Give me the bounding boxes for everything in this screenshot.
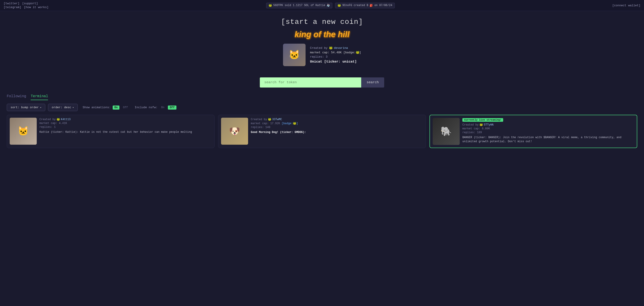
- include-nsfw-label: Include nsfw:: [135, 106, 158, 109]
- ticker-item-1[interactable]: 🐸 56DTPK sold 1.1217 SOL of Kattie 🧦: [266, 3, 332, 8]
- coin-info-kattie: Created by 🐸 K4tt13 market cap: 4.41K re…: [40, 118, 212, 145]
- live-streaming-badge: Currently live streaming!: [462, 118, 503, 122]
- show-animations-off[interactable]: Off: [121, 106, 130, 110]
- header-nav-links: [twitter] [support] [telegram] [how it w…: [4, 2, 48, 9]
- coin-desc-banger: BANGER (ticker: BANGER): Join the revolu…: [462, 136, 634, 144]
- controls-row: sort: bump order ▾ order: desc ▾ Show an…: [0, 104, 644, 115]
- twitter-link[interactable]: [twitter]: [4, 2, 20, 5]
- show-animations-label: Show animations:: [83, 106, 111, 109]
- coin-replies-banger: replies: 189: [462, 131, 634, 134]
- search-button[interactable]: search: [361, 77, 384, 88]
- coin-creator-emoji-kattie: 🐸: [56, 118, 60, 121]
- coin-creator-name-kattie[interactable]: K4tt13: [61, 118, 70, 121]
- connect-wallet-button[interactable]: [connect wallet]: [612, 4, 640, 7]
- coin-creator-name-gmdog[interactable]: 33TwMC: [272, 118, 282, 121]
- coin-emoji-gmdog: 🐶: [229, 126, 240, 137]
- search-section: search: [0, 71, 644, 92]
- coin-created-gmdog: Created by 🐸 33TwMC: [251, 118, 423, 121]
- coin-card-banger[interactable]: 🐘 Currently live streaming! Created by 🐸…: [430, 115, 637, 148]
- sort-chevron-icon: ▾: [40, 106, 42, 109]
- sort-label: sort: bump order: [10, 106, 39, 109]
- ticker2-emoji1: 🐸: [338, 4, 341, 7]
- coin-desc-gmdog: Good Morning Dog! (ticker: GMDOG):: [251, 130, 423, 134]
- tabs-row: Following Terminal: [7, 94, 637, 100]
- coin-image-kattie: 🐱: [10, 118, 37, 145]
- coin-replies-gmdog: replies: 140: [251, 126, 423, 129]
- start-coin-title[interactable]: [start a new coin]: [4, 18, 640, 26]
- coin-image-banger: 🐘: [433, 118, 460, 145]
- order-dropdown[interactable]: order: desc ▾: [48, 104, 78, 111]
- how-it-works-link[interactable]: [how it works]: [24, 6, 48, 9]
- ticker1-emoji2: 🧦: [326, 4, 330, 7]
- include-nsfw-toggle: Include nsfw: On Off: [135, 106, 176, 110]
- featured-market-cap: market cap: 54.48K [badge:🐸]: [310, 51, 361, 54]
- coin-creator-emoji-banger: 🐸: [480, 123, 483, 127]
- coin-emoji-banger: 🐘: [440, 126, 452, 137]
- featured-created-by: Created by 🐸 devarina: [310, 46, 361, 50]
- coin-info-gmdog: Created by 🐸 33TwMC market cap: 17.92K […: [251, 118, 423, 145]
- ticker-feed: 🐸 56DTPK sold 1.1217 SOL of Kattie 🧦 🐸 9…: [53, 3, 608, 8]
- include-nsfw-off[interactable]: Off: [168, 106, 176, 110]
- featured-creator-emoji: 🐸: [329, 46, 332, 50]
- support-link[interactable]: [support]: [22, 2, 38, 5]
- featured-coin-info: Created by 🐸 devarina market cap: 54.48K…: [310, 46, 361, 64]
- tab-terminal[interactable]: Terminal: [31, 94, 48, 100]
- coin-created-banger: Created by 🐸 5TTyHA: [462, 123, 634, 127]
- coin-info-banger: Currently live streaming! Created by 🐸 5…: [462, 118, 634, 145]
- featured-coin-image[interactable]: 🐱: [283, 44, 306, 66]
- tabs-section: Following Terminal: [0, 92, 644, 100]
- coin-badge-gmdog[interactable]: [badge:🐸]: [282, 122, 298, 125]
- search-input[interactable]: [260, 77, 361, 88]
- featured-created-label: Created by: [310, 46, 328, 50]
- coin-mcap-kattie: market cap: 4.41K: [40, 122, 212, 125]
- telegram-link[interactable]: [telegram]: [4, 6, 21, 9]
- coin-creator-emoji-gmdog: 🐸: [268, 118, 271, 121]
- header: [twitter] [support] [telegram] [how it w…: [0, 0, 644, 11]
- featured-badge-link[interactable]: [badge:🐸]: [344, 51, 361, 54]
- ticker2-emoji2: 🎒: [370, 4, 373, 7]
- show-animations-toggle: Show animations: On Off: [83, 106, 130, 110]
- coins-grid: 🐱 Created by 🐸 K4tt13 market cap: 4.41K …: [0, 115, 644, 155]
- coin-creator-name-banger[interactable]: 5TTyHA: [484, 123, 494, 127]
- featured-coin-card: 🐱 Created by 🐸 devarina market cap: 54.4…: [4, 44, 640, 66]
- coin-image-gmdog: 🐶: [221, 118, 248, 145]
- featured-replies: replies: 3: [310, 55, 361, 58]
- ticker1-text: 56DTPK sold 1.1217 SOL of Kattie: [273, 4, 325, 7]
- coin-replies-kattie: replies: 1: [40, 126, 212, 129]
- ticker-item-2[interactable]: 🐸 9CnxFG created B 🎒 on 07/08/24: [335, 3, 394, 8]
- coin-mcap-gmdog: market cap: 17.92K [badge:🐸]: [251, 122, 423, 125]
- featured-creator-name[interactable]: devarina: [334, 46, 348, 50]
- tab-following[interactable]: Following: [7, 94, 26, 100]
- featured-coin-emoji: 🐱: [289, 49, 300, 60]
- hero-section: [start a new coin] king of the hill 🐱 Cr…: [0, 11, 644, 71]
- sort-dropdown[interactable]: sort: bump order ▾: [7, 104, 45, 111]
- coin-card-gmdog[interactable]: 🐶 Created by 🐸 33TwMC market cap: 17.92K…: [218, 115, 426, 148]
- king-of-hill-label: king of the hill: [4, 30, 640, 39]
- coin-desc-kattie: Kattie (ticker: Kattie): Kattie is not t…: [40, 130, 212, 134]
- order-chevron-icon: ▾: [72, 106, 74, 109]
- ticker1-emoji1: 🐸: [268, 4, 272, 7]
- ticker2-date: on 07/08/24: [374, 4, 392, 7]
- coin-created-kattie: Created by 🐸 K4tt13: [40, 118, 212, 121]
- featured-coin-name: Unicat [ticker: unicat]: [310, 60, 361, 64]
- coin-mcap-banger: market cap: 6.80K: [462, 127, 634, 130]
- order-label: order: desc: [52, 106, 71, 109]
- coin-card-kattie[interactable]: 🐱 Created by 🐸 K4tt13 market cap: 4.41K …: [7, 115, 214, 148]
- show-animations-on[interactable]: On: [113, 106, 120, 110]
- ticker2-text: 9CnxFG created B: [342, 4, 368, 7]
- coin-emoji-kattie: 🐱: [18, 126, 29, 137]
- include-nsfw-on[interactable]: On: [159, 106, 166, 110]
